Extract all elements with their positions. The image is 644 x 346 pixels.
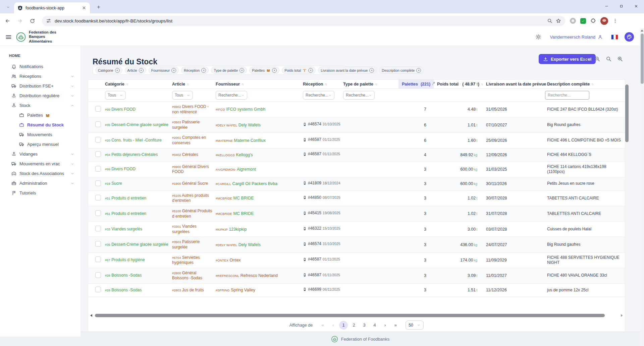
page-number-button[interactable]: 2: [350, 321, 358, 330]
row-checkbox[interactable]: [95, 166, 101, 172]
page-number-button[interactable]: 3: [360, 321, 369, 330]
chip-type-de-palette[interactable]: Type de palette ×: [211, 67, 247, 74]
col-header-reception[interactable]: Réception↑↓: [300, 79, 340, 89]
article-link[interactable]: #2001 Compotes en conserves: [169, 135, 212, 146]
sidebar-item-receptions[interactable]: Réceptions: [0, 71, 80, 81]
supplier-link[interactable]: #SPRING Spring Valley: [212, 287, 300, 293]
article-filter-select[interactable]: Tous: [172, 91, 193, 100]
article-link[interactable]: #9902 Divers FOOD - non référencé: [169, 104, 212, 115]
supplier-link[interactable]: #MCBRIDE MC BRIDE: [212, 211, 300, 216]
category-link[interactable]: #28 Boissons -Sodas: [102, 288, 169, 293]
scroll-up-icon[interactable]: [641, 30, 643, 32]
chip-article[interactable]: Article ×: [125, 67, 146, 74]
remove-filter-icon[interactable]: ×: [416, 68, 421, 73]
category-link[interactable]: #51 Produits d entretien: [102, 211, 169, 217]
theme-palette-button[interactable]: [625, 32, 634, 42]
supplier-link[interactable]: #DELY WAFEL Dely Wafels: [212, 242, 300, 247]
chip-description-complete[interactable]: Description complète ×: [379, 67, 424, 74]
reload-button[interactable]: [27, 16, 37, 26]
zoom-in-button[interactable]: [617, 56, 623, 62]
remove-filter-icon[interactable]: ×: [272, 68, 277, 73]
col-header-article[interactable]: Article↑↓: [169, 79, 212, 89]
category-link[interactable]: #04 Petits déjeuners-Céréales: [102, 152, 169, 158]
zoom-out-button[interactable]: [583, 56, 589, 62]
row-checkbox[interactable]: [95, 151, 101, 157]
row-checkbox[interactable]: [95, 195, 101, 200]
search-icon[interactable]: [547, 18, 552, 23]
chip-categorie[interactable]: Catégorie ×: [95, 67, 122, 74]
chip-palettes[interactable]: Palettes ×: [249, 67, 279, 74]
article-link[interactable]: #5100 Général Produits d entretien: [169, 209, 212, 219]
user-menu[interactable]: Vandermeersch Roland: [548, 34, 605, 40]
browser-scrollbar[interactable]: [640, 28, 644, 346]
chip-reception[interactable]: Réception ×: [181, 67, 209, 74]
article-link[interactable]: #5105 Autres produits d'entretien: [169, 193, 212, 204]
tab-search-button[interactable]: [4, 3, 12, 11]
row-checkbox[interactable]: [95, 180, 101, 186]
sidebar-item-notifications[interactable]: Notifications: [0, 62, 80, 71]
page-number-button[interactable]: 1: [339, 321, 348, 330]
previous-page-button[interactable]: ‹: [329, 321, 337, 330]
back-button[interactable]: [2, 16, 12, 26]
category-link[interactable]: #51 Produits d entretien: [102, 196, 169, 201]
search-button[interactable]: [605, 56, 612, 62]
browser-scrollbar-thumb[interactable]: [641, 34, 644, 84]
remove-filter-icon[interactable]: ×: [171, 68, 176, 73]
category-link[interactable]: #28 Boissons -Sodas: [102, 273, 169, 278]
article-link[interactable]: #0402 Céréales: [169, 152, 212, 158]
sidebar-item-tutoriels[interactable]: Tutoriels: [0, 188, 80, 198]
chip-livraison[interactable]: Livraison avant la date prévue ×: [318, 67, 377, 74]
col-header-delivery[interactable]: Livraison avant la date prévue↑↓: [483, 79, 544, 89]
scroll-left-icon[interactable]: [90, 314, 92, 317]
chip-poids-total[interactable]: Poids total ×: [282, 67, 316, 74]
supplier-link[interactable]: #KELLOGGS Kellogg's: [212, 152, 300, 158]
category-link[interactable]: #19 Sucre: [102, 181, 169, 186]
bookmark-star-icon[interactable]: [556, 18, 561, 23]
window-close-button[interactable]: [629, 0, 643, 12]
theme-toggle-sun-icon[interactable]: [535, 34, 541, 40]
browser-profile-avatar[interactable]: [600, 17, 608, 25]
article-link[interactable]: #9900 Général Divers FOOD: [169, 164, 212, 175]
window-minimize-button[interactable]: [599, 0, 614, 12]
reception-filter-select[interactable]: Recherche...: [303, 91, 334, 100]
supplier-link[interactable]: #AIGREMON- Aigremont: [212, 167, 300, 172]
sidebar-item-mouvements-en-vrac[interactable]: Mouvements en vrac: [0, 159, 80, 169]
description-search-input[interactable]: [545, 91, 589, 100]
remove-filter-icon[interactable]: ×: [239, 68, 244, 73]
remove-filter-icon[interactable]: ×: [308, 68, 313, 73]
page-size-select[interactable]: 50: [406, 321, 424, 330]
article-link[interactable]: #1900 Général Sucre: [169, 181, 212, 186]
vertical-scrollbar-thumb[interactable]: [625, 84, 629, 142]
col-header-supplier[interactable]: Fournisseur↑↓: [212, 79, 300, 89]
sidebar-item-palettes[interactable]: Palettes: [0, 110, 80, 120]
category-link[interactable]: #20 Cons. fruits - Miel -Confiture: [102, 138, 169, 143]
forward-button[interactable]: [15, 16, 25, 26]
site-settings-icon[interactable]: [46, 18, 51, 23]
category-link[interactable]: #99 Divers FOOD: [102, 167, 169, 172]
supplier-filter-select[interactable]: Recherche...: [216, 91, 247, 100]
horizontal-scrollbar[interactable]: [88, 313, 625, 318]
page-number-button[interactable]: 4: [370, 321, 379, 330]
supplier-link[interactable]: #IFCO IFCO systems Gmbh: [212, 107, 300, 112]
chip-fournisseur[interactable]: Fournisseur ×: [149, 67, 179, 74]
category-filter-select[interactable]: Tous: [105, 91, 126, 100]
category-link[interactable]: #33 Viandes surgelés: [102, 227, 169, 232]
scroll-right-icon[interactable]: [621, 314, 623, 317]
browser-menu-icon[interactable]: [612, 18, 618, 23]
row-checkbox[interactable]: [95, 210, 101, 216]
row-checkbox[interactable]: [95, 121, 101, 127]
col-header-description[interactable]: Description complète↑↓: [544, 79, 625, 89]
sidebar-item-distribution-fse[interactable]: Distribution FSE+: [0, 81, 80, 91]
hamburger-menu-icon[interactable]: [5, 34, 12, 41]
window-maximize-button[interactable]: [614, 0, 629, 12]
supplier-link[interactable]: #DELY WAFEL Dely Wafels: [212, 122, 300, 128]
sidebar-item-stock[interactable]: Stock: [0, 101, 80, 110]
col-header-palettes[interactable]: Palettes (221) ↓F: [398, 79, 434, 89]
article-link[interactable]: #3301 Viandes surgelées: [169, 224, 212, 234]
extensions-puzzle-icon[interactable]: [590, 18, 596, 24]
sidebar-item-stock-des-associations[interactable]: Stock des Associations: [0, 169, 80, 178]
article-link[interactable]: #2800 Général Boissons -Sodas: [169, 271, 212, 281]
supplier-link[interactable]: #REFRESCONL Refresco Nederland: [212, 273, 300, 278]
address-bar[interactable]: dev.stock.foodbanksit.be/stock/app/fr-BE…: [42, 16, 565, 26]
row-checkbox[interactable]: [95, 137, 101, 142]
